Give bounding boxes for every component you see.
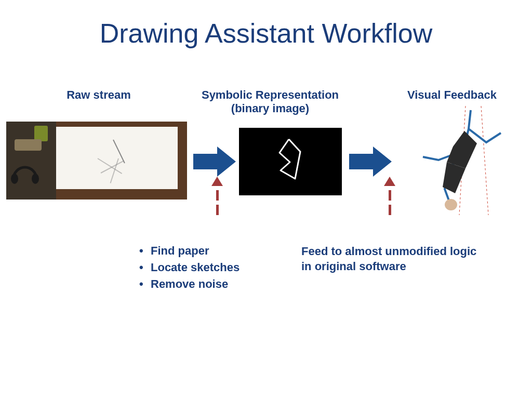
- label-visual-feedback: Visual Feedback: [384, 88, 520, 102]
- slide: Drawing Assistant Workflow Raw stream Sy…: [0, 0, 532, 399]
- visual-feedback-image: [414, 106, 517, 215]
- label-raw-stream: Raw stream: [21, 88, 177, 102]
- processing-steps-list: Find paper Locate sketches Remove noise: [139, 244, 285, 294]
- drawing-board: [6, 122, 187, 200]
- arrow-right-icon: [349, 147, 392, 179]
- phone-icon: [15, 139, 42, 151]
- svg-point-0: [11, 174, 18, 184]
- svg-marker-2: [193, 147, 236, 177]
- svg-point-1: [32, 174, 39, 184]
- feed-note: Feed to almost unmodified logic in origi…: [301, 244, 478, 274]
- label-symbolic: Symbolic Representation (binary image): [192, 88, 348, 116]
- dashed-arrow-up-icon: [382, 177, 397, 223]
- paper-sheet: [56, 127, 178, 189]
- svg-marker-3: [349, 147, 392, 177]
- dashed-arrow-up-icon: [210, 177, 224, 223]
- processing-step: Remove noise: [139, 277, 285, 291]
- slide-title: Drawing Assistant Workflow: [0, 18, 532, 49]
- workflow-row: [0, 122, 532, 210]
- binary-image: [239, 128, 342, 195]
- headphones-icon: [9, 158, 41, 184]
- svg-line-5: [481, 106, 488, 215]
- label-symbolic-line1: Symbolic Representation: [202, 88, 339, 101]
- processing-step: Locate sketches: [139, 261, 285, 274]
- raw-stream-image: [6, 122, 187, 200]
- arrow-right-icon: [193, 147, 236, 179]
- label-symbolic-line2: (binary image): [231, 102, 309, 115]
- desk-clutter: [6, 122, 56, 200]
- svg-marker-7: [447, 131, 477, 168]
- processing-step: Find paper: [139, 244, 285, 258]
- svg-point-6: [445, 199, 457, 210]
